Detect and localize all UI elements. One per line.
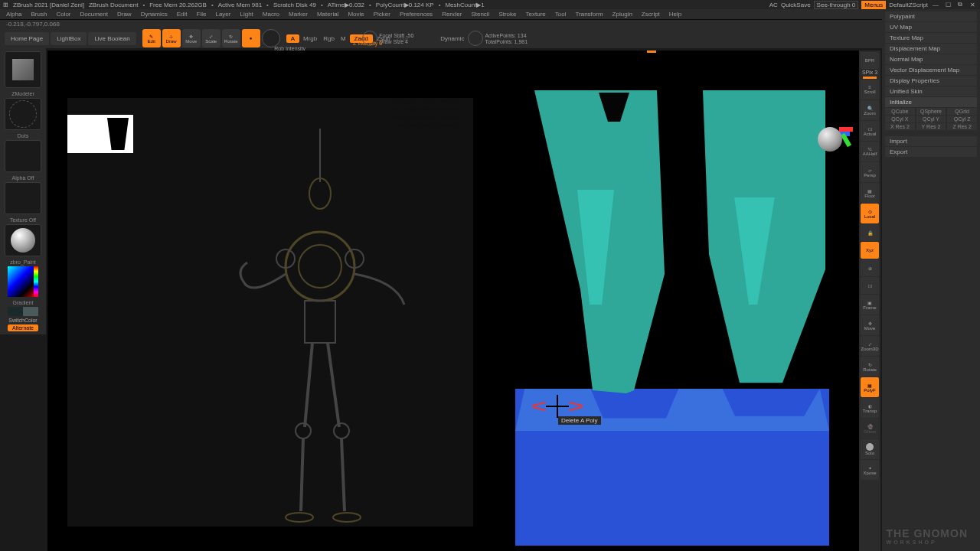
scale-mode-button[interactable]: ⤢Scale [202,29,220,47]
panel-initialize-header[interactable]: Initialize [885,97,977,107]
navigation-gizmo[interactable] [807,112,853,158]
move-mode-button[interactable]: ✥Move [182,29,201,47]
alpha-slot[interactable] [5,140,41,172]
default-zscript[interactable]: DefaultZScript [889,2,928,8]
qcyly-button[interactable]: QCyl Y [916,116,946,122]
dynamic-indicator[interactable] [468,31,483,46]
color-swatches[interactable] [8,307,38,316]
transp-button[interactable]: ◐Transp [861,398,879,418]
menu-color[interactable]: Color [56,11,70,18]
rgb-button[interactable]: Rgb [321,35,337,42]
move-view-button[interactable]: ✥Move [861,315,879,335]
qcube-button[interactable]: QCube [885,108,915,115]
xyz-button[interactable]: Xyz [861,242,879,259]
menu-picker[interactable]: Picker [374,11,390,18]
dynamic-toggle[interactable]: Dynamic [438,35,466,42]
spix-readout[interactable]: SPix 3 [862,70,877,75]
ghost-button[interactable]: 👻Ghost [861,419,879,439]
sculpt-sphere-icon[interactable]: ● [242,29,260,47]
minimize-icon[interactable]: — [931,2,940,8]
panel-normalmap[interactable]: Normal Map [885,54,977,64]
mrgb-button[interactable]: Mrgb [301,35,319,42]
timeline-marker[interactable] [647,51,656,53]
switch-color-button[interactable]: SwitchColor [8,318,37,323]
maximize-icon[interactable]: ☐ [943,2,952,8]
close-icon[interactable]: ✕ [968,2,977,8]
alternate-button[interactable]: Alternate [8,324,38,331]
menu-light[interactable]: Light [240,11,253,18]
seethrough-slider[interactable]: See-through 0 [814,1,859,9]
menu-material[interactable]: Material [317,11,338,18]
panel-unifiedskin[interactable]: Unified Skin [885,86,977,96]
panel-displacement[interactable]: Displacement Map [885,44,977,54]
edit-mode-button[interactable]: ✎Edit [142,29,161,47]
menu-stencil[interactable]: Stencil [471,11,489,18]
xpose-button[interactable]: ✦Xpose [861,460,879,480]
menu-zscript[interactable]: Zscript [642,11,660,18]
menu-brush[interactable]: Brush [31,11,47,18]
qsphere-button[interactable]: QSphere [916,108,946,115]
menu-marker[interactable]: Marker [289,11,308,18]
polyf-button[interactable]: ▦PolyF [861,377,879,397]
rotate-mode-button[interactable]: ↻Rotate [222,29,240,47]
xres-slider[interactable]: X Res 2 [885,123,915,130]
menu-draw[interactable]: Draw [117,11,132,18]
zmodeler-brush[interactable] [5,51,41,88]
zres-slider[interactable]: Z Res 2 [947,123,977,130]
rotate-view-button[interactable]: ↻Rotate [861,357,879,377]
fit-button[interactable]: ⊡ [861,277,879,294]
panel-displayprops[interactable]: Display Properties [885,76,977,86]
viewport[interactable]: The magic moths however d Their magic tu… [67,98,861,539]
lock-button[interactable]: 🔒 [861,224,879,241]
menu-preferences[interactable]: Preferences [400,11,433,18]
aahalf-button[interactable]: ½AAHalf [861,142,879,161]
home-page-tab[interactable]: Home Page [5,32,49,45]
persp-button[interactable]: ▱Persp [861,162,879,182]
draw-mode-button[interactable]: ⊹Draw [162,29,181,47]
a-button[interactable]: A [286,34,299,43]
gyro-icon[interactable] [262,29,280,47]
m-button[interactable]: M [338,35,348,42]
focal-shift-slider[interactable]: Focal Shift -50 [379,33,413,38]
color-picker[interactable] [8,266,38,297]
menu-macro[interactable]: Macro [263,11,279,18]
menu-help[interactable]: Help [669,11,681,18]
menu-document[interactable]: Document [80,11,108,18]
solo-button[interactable]: Solo [861,439,879,459]
menu-alpha[interactable]: Alpha [6,11,21,18]
zoom-button[interactable]: 🔍Zoom [861,100,879,120]
menu-layer[interactable]: Layer [215,11,230,18]
menu-texture[interactable]: Texture [526,11,546,18]
gizmo-sphere[interactable] [818,127,842,152]
panel-uvmap[interactable]: UV Map [885,22,977,32]
menu-edit[interactable]: Edit [177,11,188,18]
center-button[interactable]: ⊕ [861,259,879,276]
stroke-dots[interactable] [5,98,41,130]
restore-icon[interactable]: ⧉ [956,1,965,8]
panel-texturemap[interactable]: Texture Map [885,33,977,43]
menu-render[interactable]: Render [442,11,462,18]
frame-button[interactable]: ▣Frame [861,295,879,315]
z-intensity-slider[interactable]: Z Intensity 0 [353,41,382,46]
floor-button[interactable]: ▦Floor [861,183,879,203]
bpr-button[interactable]: BPR [861,52,879,69]
menus-button[interactable]: Menus [861,1,886,9]
lightbox-tab[interactable]: LightBox [51,32,87,45]
texture-slot[interactable] [5,182,41,214]
import-button[interactable]: Import [885,136,977,146]
zoom3d-button[interactable]: ⤢Zoom3D [861,336,879,356]
quicksave-button[interactable]: QuickSave [781,2,811,8]
yres-slider[interactable]: Y Res 2 [916,123,946,130]
menu-tool[interactable]: Tool [555,11,567,18]
local-button[interactable]: ⊙Local [861,204,879,223]
scroll-button[interactable]: ≡Scroll [861,80,879,99]
menu-zplugin[interactable]: Zplugin [612,11,632,18]
menu-file[interactable]: File [197,11,207,18]
menu-dynamics[interactable]: Dynamics [141,11,168,18]
draw-size-slider[interactable]: Draw Size 4 [379,39,413,44]
menu-movie[interactable]: Movie [348,11,364,18]
live-boolean-tab[interactable]: Live Boolean [88,32,136,45]
actual-button[interactable]: ⊡Actual [861,121,879,141]
material-slot[interactable] [5,224,41,256]
menu-transform[interactable]: Transform [575,11,603,18]
